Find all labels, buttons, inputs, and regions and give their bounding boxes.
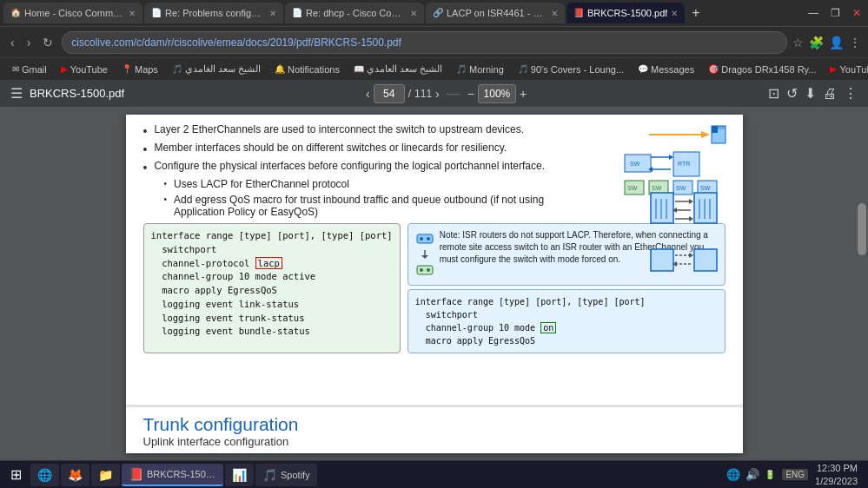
svg-text:RTR: RTR	[678, 161, 690, 167]
svg-rect-46	[417, 266, 433, 274]
menu-icon[interactable]: ⋮	[849, 36, 861, 49]
bookmark-90s-label: 90's Covers - Loung...	[531, 64, 624, 75]
taskbar-app-ie[interactable]: 🦊	[61, 464, 89, 486]
clock-time: 12:30 PM	[815, 462, 858, 474]
bookmark-youtube-1[interactable]: ▶ YouTube	[56, 63, 113, 76]
youtube-icon-1: ▶	[61, 64, 68, 74]
network-diagram-right	[649, 180, 727, 282]
browser-icon: 🌐	[37, 468, 52, 482]
more-options-icon[interactable]: ⋮	[844, 85, 858, 102]
extension-icon[interactable]: 🧩	[809, 36, 824, 49]
tab-close-home[interactable]: ✕	[129, 9, 136, 18]
code-box-left: interface range [type] [port], [type] [p…	[143, 223, 401, 353]
on-highlight: on	[540, 322, 556, 333]
code-line-6: logging event link-status	[151, 298, 393, 312]
scrollbar[interactable]	[856, 134, 868, 432]
notifications-icon: 🔔	[275, 64, 285, 74]
start-button[interactable]: ⊞	[3, 466, 29, 483]
taskbar-app-excel[interactable]: 📊	[225, 464, 254, 486]
address-bar-right: ☆ 🧩 👤 ⋮	[792, 36, 861, 49]
bookmark-notifications[interactable]: 🔔 Notifications	[269, 63, 345, 76]
download-icon[interactable]: ⬇	[805, 85, 816, 102]
forward-button[interactable]: ›	[23, 34, 35, 51]
rotate-icon[interactable]: ↺	[786, 85, 798, 102]
profile-icon[interactable]: 👤	[829, 36, 844, 49]
pdf-toolbar: ☰ BRKCRS-1500.pdf ‹ / 111 › — − + ⊡ ↺ ⬇ …	[0, 80, 868, 108]
tab-home[interactable]: 🏠 Home - Cisco Community ✕	[3, 3, 142, 23]
pdf-toolbar-center: ‹ / 111 › — − +	[366, 84, 527, 103]
bookmark-gmail[interactable]: ✉ Gmail	[7, 63, 52, 76]
reload-button[interactable]: ↻	[39, 34, 56, 51]
zoom-out-button[interactable]: −	[467, 87, 474, 101]
sub-bullet-item-2: • Add egress QoS macro for trust inbound…	[164, 194, 569, 218]
tab-close-dhcp[interactable]: ✕	[410, 9, 417, 18]
tab-close-ospf[interactable]: ✕	[269, 9, 276, 18]
bookmark-sheikh2-label: الشيخ سعد العامدي	[367, 63, 442, 75]
code-area: interface range [type] [port], [type] [p…	[143, 223, 726, 353]
svg-marker-26	[689, 199, 693, 204]
language-badge[interactable]: ENG	[782, 469, 808, 480]
scrollbar-thumb[interactable]	[858, 203, 866, 255]
zoom-input[interactable]	[478, 84, 516, 103]
tab-pdf[interactable]: 📕 BRKCRS-1500.pdf ✕	[567, 3, 685, 23]
bookmark-sheikh2[interactable]: 📖 الشيخ سعد العامدي	[348, 62, 447, 76]
tab-label-home: Home - Cisco Community	[24, 8, 125, 18]
tab-close-pdf[interactable]: ✕	[671, 9, 678, 18]
code-line-4: channel-group 10 mode active	[151, 270, 393, 284]
new-tab-button[interactable]: +	[686, 5, 705, 21]
fit-page-icon[interactable]: ⊡	[768, 85, 779, 102]
taskbar-app-pdf[interactable]: 📕 BRKCRS-1500.pdf...	[122, 464, 223, 486]
tray-battery-icon: 🔋	[765, 470, 775, 479]
taskbar-app-spotify[interactable]: 🎵 Spotify	[255, 464, 317, 486]
bookmark-youtube-2[interactable]: ▶ YouTube	[825, 63, 868, 76]
taskbar-pdf-label: BRKCRS-1500.pdf...	[147, 469, 216, 479]
svg-rect-40	[694, 249, 717, 271]
minimize-button[interactable]: —	[805, 7, 822, 19]
tab-label-dhcp: Re: dhcp - Cisco Community	[306, 8, 407, 18]
prev-page-button[interactable]: ‹	[366, 87, 370, 101]
excel-icon: 📊	[232, 468, 247, 482]
page-input[interactable]	[374, 84, 405, 103]
svg-point-42	[420, 237, 423, 241]
bookmark-youtube-1-label: YouTube	[70, 64, 108, 75]
bookmark-star-icon[interactable]: ☆	[792, 36, 804, 49]
taskbar-app-explorer[interactable]: 📁	[91, 464, 120, 486]
hamburger-menu-icon[interactable]: ☰	[10, 85, 23, 102]
bullet-text-2: Member interfaces should be on different…	[154, 142, 507, 154]
bookmark-morning[interactable]: 🎵 Morning	[451, 63, 509, 76]
tab-lacp[interactable]: 🔗 LACP on ISR4461 - Cisco Com... ✕	[426, 3, 565, 23]
print-icon[interactable]: 🖨	[823, 86, 837, 102]
close-button[interactable]: ✕	[849, 7, 865, 19]
code-line-8: logging event bundle-status	[151, 325, 393, 339]
bullet-dot-1: •	[143, 124, 148, 138]
tab-favicon-dhcp: 📄	[292, 8, 302, 18]
bookmark-morning-label: Morning	[469, 64, 504, 75]
svg-rect-35	[651, 249, 673, 271]
bookmark-messages[interactable]: 💬 Messages	[633, 63, 699, 76]
pdf-toolbar-left: ☰ BRKCRS-1500.pdf	[10, 85, 124, 102]
back-button[interactable]: ‹	[7, 34, 18, 51]
next-page-button[interactable]: ›	[435, 87, 440, 101]
pdf-icon: 📕	[129, 467, 143, 481]
tray-network-icon: 🌐	[726, 468, 740, 481]
router-icon-2	[415, 260, 434, 280]
restore-button[interactable]: ❐	[827, 7, 844, 19]
url-bar[interactable]: ciscolive.com/c/dam/r/ciscolive/emea/doc…	[62, 31, 787, 54]
tab-bar: 🏠 Home - Cisco Community ✕ 📄 Re: Problem…	[0, 0, 868, 26]
tab-dhcp[interactable]: 📄 Re: dhcp - Cisco Community ✕	[285, 3, 424, 23]
code-right-line-1: interface range [type] [port], [type] [p…	[415, 295, 718, 308]
bookmark-90s[interactable]: 🎵 90's Covers - Loung...	[513, 63, 629, 76]
page-separator: /	[408, 88, 411, 100]
tab-ospf[interactable]: 📄 Re: Problems configuring OSP... ✕	[144, 3, 283, 23]
zoom-in-button[interactable]: +	[520, 87, 527, 101]
bullet-section: • Layer 2 EtherChannels are used to inte…	[143, 123, 569, 218]
bookmark-dragos[interactable]: 🎯 Dragos DRx1458 Ry...	[703, 63, 821, 76]
sheikh1-icon: 🎵	[172, 64, 182, 74]
code-right-line-4: macro apply EgressQoS	[415, 334, 718, 347]
code-line-1: interface range [type] [port], [type] [p…	[151, 229, 393, 243]
note-icons	[415, 229, 434, 280]
bookmark-sheikh1[interactable]: 🎵 الشيخ سعد الغامدي	[167, 62, 266, 76]
tab-close-lacp[interactable]: ✕	[551, 9, 558, 18]
bookmark-maps[interactable]: 📍 Maps	[116, 63, 163, 76]
taskbar-app-browser[interactable]: 🌐	[30, 464, 59, 486]
